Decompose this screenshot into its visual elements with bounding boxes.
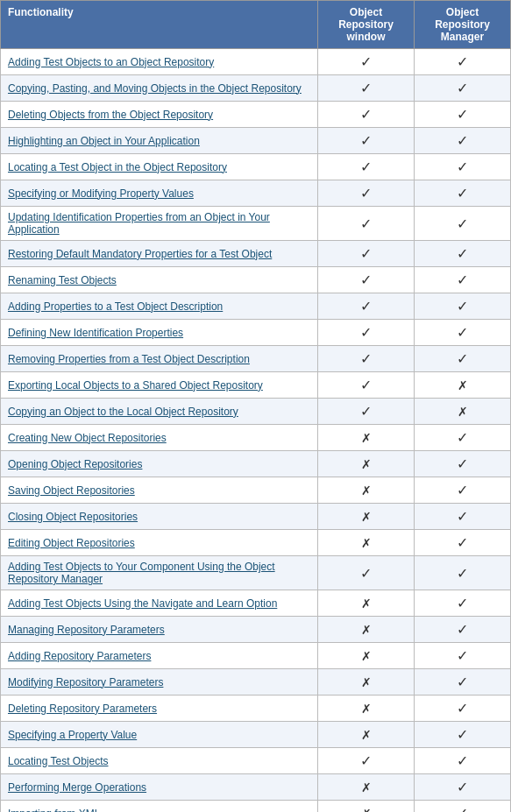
col3-cell: ✓ [415, 241, 511, 267]
check-icon: ✓ [457, 701, 468, 716]
func-cell: Removing Properties from a Test Object D… [1, 346, 318, 372]
col3-cell: ✓ [415, 102, 511, 128]
func-link[interactable]: Copying an Object to the Local Object Re… [8, 406, 238, 418]
func-link[interactable]: Locating a Test Object in the Object Rep… [8, 161, 227, 173]
cross-icon: ✗ [361, 484, 372, 498]
func-link[interactable]: Deleting Repository Parameters [8, 703, 157, 715]
check-icon: ✓ [457, 674, 468, 689]
func-link[interactable]: Saving Object Repositories [8, 484, 135, 497]
func-link[interactable]: Copying, Pasting, and Moving Objects in … [8, 82, 302, 95]
cross-icon: ✗ [361, 597, 372, 611]
func-link[interactable]: Editing Object Repositories [8, 537, 135, 549]
func-cell: Creating New Object Repositories [1, 425, 318, 451]
check-icon: ✓ [360, 246, 372, 261]
table-row: Modifying Repository Parameters✗✓ [1, 669, 511, 695]
func-link[interactable]: Modifying Repository Parameters [8, 676, 163, 688]
func-link[interactable]: Restoring Default Mandatory Properties f… [8, 248, 272, 260]
table-row: Adding Properties to a Test Object Descr… [1, 293, 511, 320]
func-link[interactable]: Creating New Object Repositories [8, 432, 167, 444]
check-icon: ✓ [360, 81, 372, 95]
check-icon: ✓ [360, 404, 372, 419]
check-icon: ✓ [457, 54, 468, 69]
table-row: Specifying a Property Value✗✓ [1, 722, 511, 748]
col3-cell: ✓ [415, 451, 511, 477]
col2-cell: ✓ [318, 399, 415, 425]
check-icon: ✓ [457, 509, 468, 524]
func-cell: Highlighting an Object in Your Applicati… [1, 128, 318, 154]
func-cell: Copying, Pasting, and Moving Objects in … [1, 75, 318, 102]
table-row: Highlighting an Object in Your Applicati… [1, 128, 511, 154]
func-cell: Specifying or Modifying Property Values [1, 180, 318, 207]
cross-icon: ✗ [458, 378, 468, 392]
col2-cell: ✗ [318, 669, 415, 695]
func-link[interactable]: Opening Object Repositories [8, 458, 142, 470]
check-icon: ✓ [457, 780, 468, 794]
func-link[interactable]: Closing Object Repositories [8, 511, 138, 523]
func-link[interactable]: Adding Properties to a Test Object Descr… [8, 300, 223, 313]
table-row: Deleting Repository Parameters✗✓ [1, 695, 511, 722]
col2-cell: ✗ [318, 774, 415, 801]
col2-cell: ✗ [318, 722, 415, 748]
cross-icon: ✗ [361, 623, 372, 637]
check-icon: ✓ [360, 216, 372, 231]
col2-header: Object Repository window [318, 1, 415, 49]
check-icon: ✓ [457, 272, 468, 287]
func-link[interactable]: Performing Merge Operations [8, 781, 146, 794]
func-link[interactable]: Locating Test Objects [8, 755, 109, 767]
col2-cell: ✓ [318, 154, 415, 180]
func-link[interactable]: Specifying or Modifying Property Values [8, 187, 194, 200]
func-link[interactable]: Deleting Objects from the Object Reposit… [8, 109, 213, 121]
col3-cell: ✗ [415, 372, 511, 399]
func-link[interactable]: Exporting Local Objects to a Shared Obje… [8, 379, 263, 392]
col1-header: Functionality [1, 1, 318, 49]
func-link[interactable]: Importing from XML [8, 808, 100, 813]
table-row: Renaming Test Objects✓✓ [1, 267, 511, 293]
table-row: Performing Merge Operations✗✓ [1, 774, 511, 801]
func-link[interactable]: Renaming Test Objects [8, 274, 117, 286]
func-link[interactable]: Defining New Identification Properties [8, 327, 183, 339]
col2-cell: ✗ [318, 590, 415, 617]
col2-cell: ✓ [318, 556, 415, 590]
cross-icon: ✗ [361, 510, 372, 524]
func-link[interactable]: Adding Test Objects to an Object Reposit… [8, 56, 214, 68]
check-icon: ✓ [360, 272, 372, 287]
func-link[interactable]: Updating Identification Properties from … [8, 211, 270, 236]
func-cell: Adding Test Objects Using the Navigate a… [1, 590, 318, 617]
func-link[interactable]: Managing Repository Parameters [8, 624, 165, 636]
func-link[interactable]: Adding Repository Parameters [8, 650, 151, 662]
col2-cell: ✓ [318, 180, 415, 207]
check-icon: ✓ [457, 806, 468, 812]
col2-cell: ✓ [318, 267, 415, 293]
cross-icon: ✗ [361, 431, 372, 445]
func-link[interactable]: Highlighting an Object in Your Applicati… [8, 135, 200, 147]
check-icon: ✓ [457, 107, 468, 122]
func-cell: Deleting Repository Parameters [1, 695, 318, 722]
col2-cell: ✗ [318, 617, 415, 643]
check-icon: ✓ [360, 566, 372, 581]
col2-cell: ✗ [318, 530, 415, 556]
cross-icon: ✗ [361, 536, 372, 550]
col3-cell: ✓ [415, 154, 511, 180]
col3-cell: ✓ [415, 180, 511, 207]
col3-cell: ✓ [415, 695, 511, 722]
func-link[interactable]: Removing Properties from a Test Object D… [8, 353, 250, 365]
check-icon: ✓ [457, 325, 468, 340]
table-row: Managing Repository Parameters✗✓ [1, 617, 511, 643]
col3-cell: ✓ [415, 669, 511, 695]
table-row: Opening Object Repositories✗✓ [1, 451, 511, 477]
func-link[interactable]: Specifying a Property Value [8, 729, 137, 741]
func-cell: Adding Test Objects to Your Component Us… [1, 556, 318, 590]
table-row: Specifying or Modifying Property Values✓… [1, 180, 511, 207]
func-link[interactable]: Adding Test Objects to Your Component Us… [8, 561, 275, 585]
col2-cell: ✓ [318, 293, 415, 320]
col2-cell: ✓ [318, 241, 415, 267]
col2-cell: ✗ [318, 451, 415, 477]
col3-cell: ✓ [415, 477, 511, 504]
func-link[interactable]: Adding Test Objects Using the Navigate a… [8, 597, 277, 610]
table-row: Locating a Test Object in the Object Rep… [1, 154, 511, 180]
col3-cell: ✓ [415, 293, 511, 320]
check-icon: ✓ [360, 325, 372, 340]
col3-cell: ✗ [415, 399, 511, 425]
func-cell: Managing Repository Parameters [1, 617, 318, 643]
cross-icon: ✗ [361, 780, 372, 794]
